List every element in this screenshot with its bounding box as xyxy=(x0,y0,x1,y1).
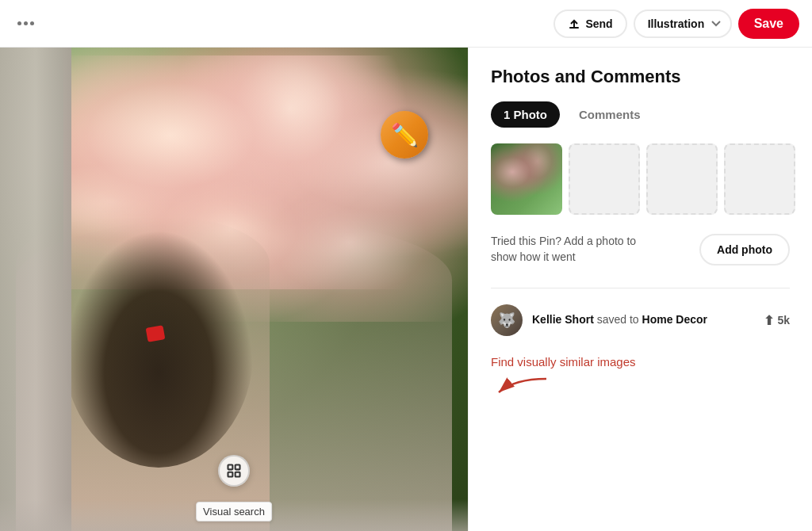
svg-rect-0 xyxy=(569,27,579,29)
pencil-icon-overlay xyxy=(381,111,428,159)
top-bar-left xyxy=(13,17,39,30)
find-similar-section: Find visually similar images xyxy=(491,355,790,369)
photo-thumb-2[interactable] xyxy=(569,143,640,215)
dot2 xyxy=(24,21,28,25)
user-avatar: 🐺 xyxy=(491,304,523,336)
photo-grid xyxy=(491,143,790,215)
svg-rect-2 xyxy=(236,465,240,470)
category-select[interactable]: Illustration Art Design Fashion Food xyxy=(634,10,732,38)
right-panel: Photos and Comments 1 Photo Comments Tri… xyxy=(468,48,812,531)
photo-thumb-1[interactable] xyxy=(491,143,562,215)
save-icon: ⬆ xyxy=(764,313,774,328)
dot3 xyxy=(30,21,34,25)
save-button[interactable]: Save xyxy=(738,9,799,39)
add-photo-button[interactable]: Add photo xyxy=(699,234,790,266)
send-label: Send xyxy=(585,17,612,30)
send-button[interactable]: Send xyxy=(553,10,626,38)
photo-thumb-3[interactable] xyxy=(646,143,718,215)
top-bar: Send Illustration Art Design Fashion Foo… xyxy=(0,0,812,48)
image-section: Visual search xyxy=(0,48,468,531)
tabs: 1 Photo Comments xyxy=(491,101,790,128)
main-content: Visual search Photos and Comments 1 Phot… xyxy=(0,48,812,531)
svg-rect-3 xyxy=(228,472,233,477)
user-info: Kellie Short saved to Home Decor xyxy=(532,312,754,328)
tried-pin-text: Tried this Pin? Add a photo to show how … xyxy=(491,234,649,265)
find-similar-label[interactable]: Find visually similar images xyxy=(491,355,636,369)
user-board[interactable]: Home Decor xyxy=(642,313,707,326)
send-icon xyxy=(568,17,580,30)
hair-dark xyxy=(63,230,254,468)
user-name[interactable]: Kellie Short xyxy=(532,313,594,326)
photo-thumbnail-image xyxy=(491,143,562,215)
tried-pin-section: Tried this Pin? Add a photo to show how … xyxy=(491,234,790,266)
top-bar-right: Send Illustration Art Design Fashion Foo… xyxy=(553,9,799,39)
save-count: ⬆ 5k xyxy=(764,313,790,328)
more-options-button[interactable] xyxy=(13,17,39,30)
visual-search-icon xyxy=(226,463,242,479)
red-arrow-svg xyxy=(491,375,554,399)
dot1 xyxy=(17,21,21,25)
svg-rect-4 xyxy=(236,472,240,477)
user-action: saved to xyxy=(597,313,642,326)
wall-left xyxy=(0,48,71,531)
divider xyxy=(491,288,790,288)
section-title: Photos and Comments xyxy=(491,67,790,87)
svg-rect-1 xyxy=(228,465,233,470)
tab-comments[interactable]: Comments xyxy=(566,101,653,128)
visual-search-button[interactable] xyxy=(218,455,250,487)
photo-thumb-4[interactable] xyxy=(724,143,795,215)
tab-photo[interactable]: 1 Photo xyxy=(491,101,560,128)
user-activity: 🐺 Kellie Short saved to Home Decor ⬆ 5k xyxy=(491,304,790,336)
save-count-value: 5k xyxy=(777,314,790,327)
visual-search-tooltip: Visual search xyxy=(196,502,272,521)
arrow-container xyxy=(491,375,554,399)
arrow-hint xyxy=(491,375,790,399)
hair-accessory xyxy=(146,325,166,342)
avatar-image: 🐺 xyxy=(491,304,523,336)
